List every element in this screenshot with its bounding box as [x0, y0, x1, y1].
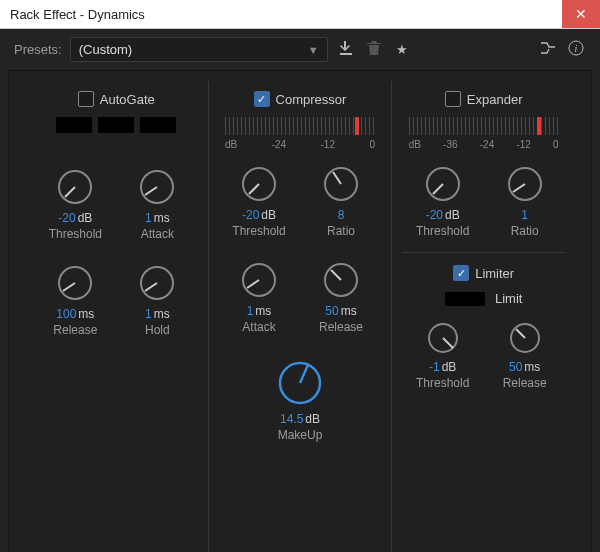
- svg-text:i: i: [575, 43, 578, 54]
- svg-line-11: [249, 184, 259, 194]
- chevron-down-icon: ▼: [308, 44, 319, 56]
- compressor-meter-labels: dB -24 -12 0: [225, 139, 375, 150]
- svg-line-9: [145, 283, 157, 291]
- close-icon: ✕: [575, 6, 587, 22]
- autogate-panel: AutoGate -20dB Threshold: [25, 81, 209, 552]
- limiter-limit-label: Limit: [495, 291, 522, 306]
- autogate-checkbox: [78, 91, 94, 107]
- svg-line-5: [145, 187, 157, 195]
- compressor-makeup-knob[interactable]: [275, 358, 325, 408]
- compressor-ratio-label: Ratio: [327, 224, 355, 238]
- expander-threshold-knob[interactable]: [423, 164, 463, 204]
- svg-line-7: [63, 283, 75, 291]
- presets-value: (Custom): [79, 42, 132, 57]
- effect-body: AutoGate -20dB Threshold: [8, 70, 592, 552]
- compressor-meter: [225, 117, 375, 135]
- autogate-release-knob[interactable]: [55, 263, 95, 303]
- svg-line-19: [300, 365, 308, 383]
- limiter-release-knob[interactable]: [507, 320, 543, 356]
- download-icon: [338, 40, 354, 59]
- autogate-release-label: Release: [53, 323, 97, 337]
- svg-line-23: [513, 184, 525, 192]
- compressor-makeup-label: MakeUp: [278, 428, 323, 442]
- svg-line-27: [516, 329, 525, 338]
- svg-line-21: [433, 184, 443, 194]
- expander-title: Expander: [467, 92, 523, 107]
- routing-button[interactable]: [538, 40, 558, 60]
- compressor-title: Compressor: [276, 92, 347, 107]
- limiter-checkbox: ✓: [453, 265, 469, 281]
- compressor-release-knob[interactable]: [321, 260, 361, 300]
- expander-panel: Expander dB -36 -24 -12 0 -20dB Thre: [392, 81, 575, 552]
- compressor-threshold-knob[interactable]: [239, 164, 279, 204]
- compressor-ratio-knob[interactable]: [321, 164, 361, 204]
- expander-meter-labels: dB -36 -24 -12 0: [409, 139, 559, 150]
- svg-line-17: [331, 270, 341, 280]
- info-icon: i: [568, 40, 584, 59]
- star-icon: ★: [396, 42, 408, 57]
- autogate-hold-knob[interactable]: [137, 263, 177, 303]
- compressor-toggle[interactable]: ✓ Compressor: [254, 91, 347, 107]
- info-button[interactable]: i: [566, 40, 586, 60]
- autogate-threshold-knob[interactable]: [55, 167, 95, 207]
- compressor-attack-label: Attack: [242, 320, 275, 334]
- svg-line-15: [247, 280, 259, 288]
- presets-label: Presets:: [14, 42, 62, 57]
- compressor-panel: ✓ Compressor dB -24 -12 0 -20dB Thre: [209, 81, 393, 552]
- autogate-indicator: [56, 117, 176, 133]
- favorite-button[interactable]: ★: [392, 40, 412, 60]
- routing-icon: [540, 41, 556, 58]
- limiter-threshold-knob[interactable]: [425, 320, 461, 356]
- svg-line-25: [443, 338, 453, 348]
- compressor-release-label: Release: [319, 320, 363, 334]
- expander-checkbox: [445, 91, 461, 107]
- compressor-attack-knob[interactable]: [239, 260, 279, 300]
- autogate-toggle[interactable]: AutoGate: [78, 91, 155, 107]
- limiter-indicator: Limit: [445, 291, 522, 306]
- window-title: Rack Effect - Dynamics: [10, 7, 145, 22]
- close-button[interactable]: ✕: [562, 0, 600, 28]
- svg-line-3: [65, 187, 75, 197]
- svg-line-13: [333, 172, 341, 184]
- trash-icon: [367, 40, 381, 59]
- expander-ratio-label: Ratio: [511, 224, 539, 238]
- toolbar: Presets: (Custom) ▼ ★ i: [0, 29, 600, 70]
- expander-toggle[interactable]: Expander: [445, 91, 523, 107]
- titlebar: Rack Effect - Dynamics ✕: [0, 0, 600, 29]
- limiter-panel: ✓ Limiter Limit -1dB Threshold: [402, 252, 565, 390]
- autogate-threshold-label: Threshold: [49, 227, 102, 241]
- autogate-attack-label: Attack: [141, 227, 174, 241]
- limiter-title: Limiter: [475, 266, 514, 281]
- save-preset-button[interactable]: [336, 40, 356, 60]
- expander-threshold-label: Threshold: [416, 224, 469, 238]
- compressor-threshold-label: Threshold: [232, 224, 285, 238]
- presets-dropdown[interactable]: (Custom) ▼: [70, 37, 328, 62]
- limiter-threshold-label: Threshold: [416, 376, 469, 390]
- limiter-release-label: Release: [503, 376, 547, 390]
- limiter-toggle[interactable]: ✓ Limiter: [453, 265, 514, 281]
- expander-meter: [409, 117, 559, 135]
- compressor-checkbox: ✓: [254, 91, 270, 107]
- expander-ratio-knob[interactable]: [505, 164, 545, 204]
- autogate-title: AutoGate: [100, 92, 155, 107]
- rack-effect-window: Rack Effect - Dynamics ✕ Presets: (Custo…: [0, 0, 600, 552]
- autogate-attack-knob[interactable]: [137, 167, 177, 207]
- delete-preset-button[interactable]: [364, 40, 384, 60]
- autogate-hold-label: Hold: [145, 323, 170, 337]
